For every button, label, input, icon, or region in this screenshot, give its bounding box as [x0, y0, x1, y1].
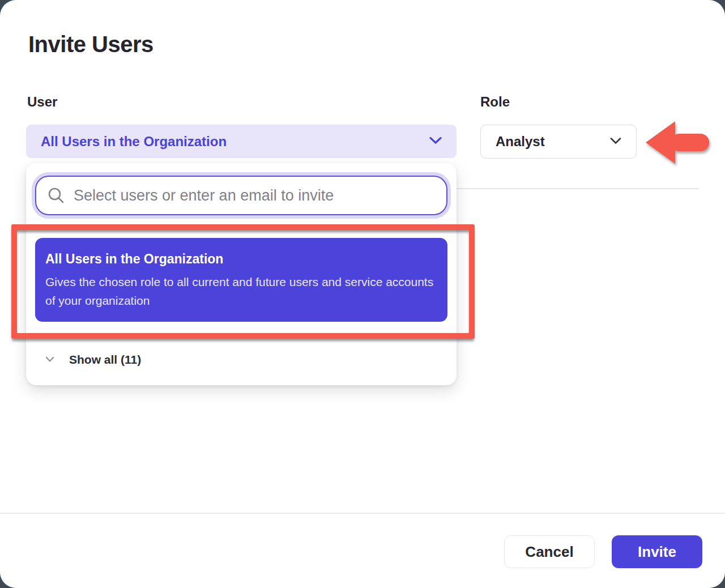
option-description: Gives the chosen role to all current and…	[45, 272, 436, 310]
user-select-value: All Users in the Organization	[41, 134, 227, 150]
page-title: Invite Users	[28, 32, 153, 57]
user-field-label: User	[27, 94, 57, 110]
chevron-down-icon	[610, 137, 621, 147]
red-arrow-annotation	[643, 117, 713, 173]
option-all-users[interactable]: All Users in the Organization Gives the …	[35, 238, 447, 322]
screen: Invite Users User Role All Users in the …	[0, 0, 725, 588]
invite-button[interactable]: Invite	[612, 535, 702, 568]
search-input[interactable]	[74, 187, 435, 204]
user-dropdown-panel: All Users in the Organization Gives the …	[26, 163, 457, 385]
chevron-down-icon	[45, 355, 54, 365]
search-icon	[48, 187, 65, 204]
footer-divider	[0, 513, 725, 514]
chevron-down-icon	[429, 137, 442, 147]
role-field-label: Role	[480, 94, 510, 110]
role-select-value: Analyst	[496, 134, 545, 150]
option-title: All Users in the Organization	[45, 252, 437, 267]
invite-users-dialog: Invite Users User Role All Users in the …	[0, 0, 725, 588]
show-all-label: Show all (11)	[69, 353, 141, 367]
user-select-trigger[interactable]: All Users in the Organization	[26, 125, 457, 158]
show-all-toggle[interactable]: Show all (11)	[26, 347, 457, 373]
cancel-button[interactable]: Cancel	[504, 535, 595, 568]
user-search-box	[35, 176, 447, 215]
role-select-trigger[interactable]: Analyst	[480, 125, 637, 159]
